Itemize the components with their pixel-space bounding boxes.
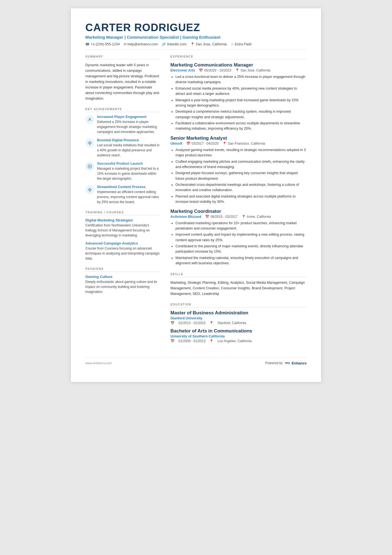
job-meta-1: Electronic Arts 📅 05/2020 - 10/2023 📍 Sa… [170,68,307,72]
bullet-1-1: Led a cross-functional team to deliver a… [175,74,307,85]
job-company-1: Electronic Arts [170,68,195,72]
edu-item-2: Bachelor of Arts in Communications Unive… [170,328,307,343]
user-icon [88,117,92,122]
job-location-2: 📍 San Francisco, California [222,142,265,145]
edu-calendar-icon-1: 📅 [170,321,175,325]
page-footer: www.enhancv.com Powered by Enhancv [85,357,307,365]
edu-school-1: Stanford University [170,316,307,320]
bolt-icon-2 [88,188,92,192]
achievement-title-1: Increased Player Engagement [97,115,160,119]
achievement-icon-1 [85,115,94,124]
location-icon: 📍 [190,42,195,46]
achievement-desc-4: Implemented an efficient content editing… [97,189,160,204]
course-title-2: Advanced Campaign Analytics [85,241,160,245]
passion-desc-1: Deeply enthusiastic about gaming culture… [85,279,160,294]
achievement-desc-1: Delivered a 25% increase in player engag… [97,119,160,134]
bullet-1-3: Managed a year-long marketing project th… [175,98,307,108]
achievement-content-2: Boosted Digital Presence Led social medi… [97,138,160,158]
key-achievements-section-title: KEY ACHIEVEMENTS [85,107,160,112]
course-item-1: Digital Marketing Strategies Certificati… [85,218,160,238]
job-title-1: Marketing Communications Manager [170,62,307,68]
professional-title: Marketing Manager | Communication Specia… [85,35,307,40]
training-section-title: TRAINING / COURSES [85,211,160,215]
link-icon: 🔗 [162,42,166,46]
calendar-icon-2: 📅 [186,142,190,145]
bullet-1-4: Developed a comprehensive metrics tracki… [175,109,307,120]
phone-icon: ☎ [85,42,90,46]
summary-text: Dynamic marketing leader with 5 years in… [85,62,160,101]
achievement-item-1: Increased Player Engagement Delivered a … [85,115,160,134]
edu-calendar-icon-2: 📅 [170,339,175,343]
edu-school-2: University of Southern California [170,334,307,338]
achievement-desc-3: Managed a marketing project that led to … [97,166,160,181]
bullet-3-1: Coordinated marketing operations for 10+… [175,221,307,231]
phone-contact: ☎ +1-(234)-555-1234 [85,42,120,46]
job-location-3: 📍 Irvine, California [242,215,271,219]
passion-title-1: Gaming Culture [85,275,160,279]
resume-page: CARTER RODRIGUEZ Marketing Manager | Com… [71,8,321,382]
location-contact: 📍 San Jose, California [190,42,227,46]
pin-icon-1: 📍 [235,68,239,72]
bullet-2-3: Designed player-focused surveys, gatheri… [175,171,307,181]
edu-meta-1: 📅 01/2013 - 01/2015 📍 Stanford, Californ… [170,321,307,325]
bullet-2-1: Analyzed gaming market trends, resulting… [175,147,307,158]
bullet-1-5: Facilitated a collaborative environment … [175,121,307,132]
linkedin-contact[interactable]: 🔗 linkedin.com [162,42,186,46]
edu-pin-icon-2: 📍 [209,339,214,343]
svg-point-1 [88,164,91,168]
job-meta-2: Ubisoft 📅 03/2017 - 04/2020 📍 San Franci… [170,142,307,145]
course-item-2: Advanced Campaign Analytics Course from … [85,241,160,261]
contact-bar: ☎ +1-(234)-555-1234 ✉ help@enhancv.com 🔗… [85,42,307,50]
achievement-icon-2 [85,139,94,147]
job-date-2: 📅 03/2017 - 04/2020 [186,142,219,145]
course-desc-1: Certification from Northwestern Universi… [85,223,160,238]
footer-website: www.enhancv.com [85,361,112,365]
bolt-icon [88,141,92,145]
job-title-3: Marketing Coordinator [170,209,307,214]
achievement-title-2: Boosted Digital Presence [97,138,160,142]
bullet-3-4: Maintained the marketing calendar, ensur… [175,255,307,266]
achievement-item-2: Boosted Digital Presence Led social medi… [85,138,160,158]
course-title-1: Digital Marketing Strategies [85,218,160,222]
full-name: CARTER RODRIGUEZ [85,22,307,34]
achievement-icon-4 [85,185,94,194]
passions-section-title: PASSIONS [85,267,160,272]
target-icon [88,164,92,169]
achievement-content-3: Successful Product Launch Managed a mark… [97,162,160,181]
skills-text: Marketing, Strategic Planning, Editing, … [170,280,307,297]
achievement-item-4: Streamlined Content Process Implemented … [85,185,160,204]
right-column: EXPERIENCE Marketing Communications Mana… [170,55,307,346]
star-icon: ☆ [231,42,234,46]
achievement-desc-2: Led social media initiatives that result… [97,143,160,158]
job-meta-3: Activision Blizzard 📅 08/2015 - 02/2017 … [170,215,307,219]
main-layout: SUMMARY Dynamic marketing leader with 5 … [85,55,307,346]
achievement-item-3: Successful Product Launch Managed a mark… [85,162,160,181]
bullet-3-3: Contributed to the planning of major mar… [175,244,307,255]
job-date-3: 📅 08/2015 - 02/2017 [205,215,237,219]
summary-section-title: SUMMARY [85,55,160,60]
passion-item-1: Gaming Culture Deeply enthusiastic about… [85,275,160,294]
bullet-2-5: Planned and executed digital marketing s… [175,194,307,205]
left-column: SUMMARY Dynamic marketing leader with 5 … [85,55,160,346]
experience-section-title: EXPERIENCE [170,55,307,60]
edu-item-1: Master of Business Administration Stanfo… [170,310,307,325]
calendar-icon-1: 📅 [199,68,203,72]
extra-contact: ☆ Extra Field [231,42,252,46]
bullet-2-4: Orchestrated cross-departmental meetings… [175,182,307,193]
bullet-1-2: Enhanced social media presence by 40%, p… [175,86,307,97]
achievement-content-4: Streamlined Content Process Implemented … [97,185,160,204]
email-icon: ✉ [124,42,126,46]
pin-icon-3: 📍 [242,215,246,219]
calendar-icon-3: 📅 [205,215,209,219]
job-location-1: 📍 San Jose, California [235,68,270,72]
job-title-2: Senior Marketing Analyst [170,135,307,141]
header: CARTER RODRIGUEZ Marketing Manager | Com… [85,22,307,50]
job-item-1: Marketing Communications Manager Electro… [170,62,307,132]
achievement-icon-3 [85,162,94,171]
job-item-2: Senior Marketing Analyst Ubisoft 📅 03/20… [170,135,307,205]
job-date-1: 📅 05/2020 - 10/2023 [199,68,231,72]
edu-degree-1: Master of Business Administration [170,310,307,316]
job-company-2: Ubisoft [170,142,182,145]
achievement-title-4: Streamlined Content Process [97,185,160,189]
bullet-3-2: Improved content quality and impact by i… [175,232,307,243]
